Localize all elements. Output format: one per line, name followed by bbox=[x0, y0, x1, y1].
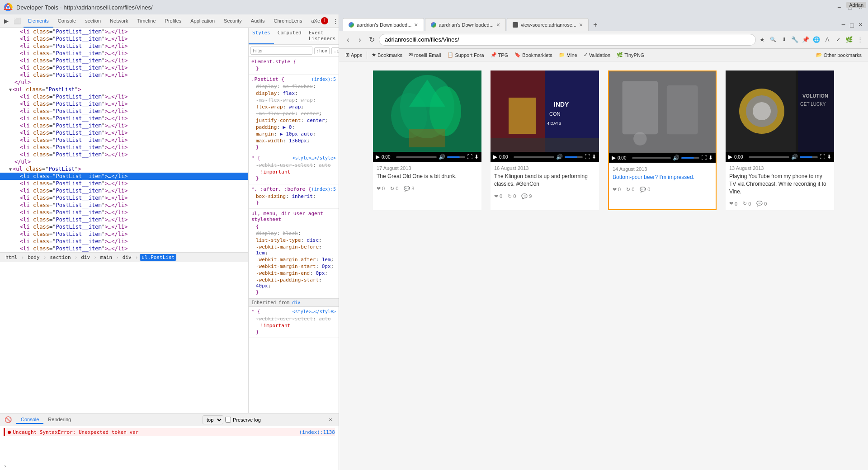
dom-line-30[interactable]: <li class="PostList__item">…</li> bbox=[0, 245, 248, 252]
likes-2[interactable]: ❤ 0 bbox=[494, 193, 502, 199]
likes-3[interactable]: ❤ 0 bbox=[613, 187, 621, 193]
dom-line-11[interactable]: <li class="PostList__item">…</li> bbox=[0, 108, 248, 115]
dom-line-20[interactable]: <li class="PostList__item">…</li> bbox=[0, 173, 248, 180]
bm-support[interactable]: 📋 Support Fora bbox=[444, 51, 486, 59]
preserve-log-checkbox-area[interactable]: Preserve log bbox=[225, 417, 261, 423]
tab-axe[interactable]: aXe 1 bbox=[307, 14, 333, 28]
download-btn-4[interactable]: ⬇ bbox=[827, 154, 831, 160]
tab3-close[interactable]: × bbox=[579, 21, 583, 28]
bm-bookmarks[interactable]: ★ Bookmarks bbox=[369, 51, 405, 59]
play-btn-3[interactable]: ▶ bbox=[612, 155, 616, 161]
comments-2[interactable]: 💬 9 bbox=[521, 193, 532, 199]
dom-line-16[interactable]: <li class="PostList__item">…</li> bbox=[0, 144, 248, 151]
dom-line-18[interactable]: </ul> bbox=[0, 158, 248, 165]
browser-tab-2[interactable]: aardrian's Downloaded... × bbox=[425, 18, 506, 31]
volume-btn-1[interactable]: 🔊 bbox=[439, 154, 445, 160]
settings-icon[interactable]: ⋮ bbox=[855, 35, 864, 44]
forward-button[interactable]: › bbox=[354, 34, 365, 45]
play-btn-1[interactable]: ▶ bbox=[376, 154, 380, 160]
bm-email[interactable]: ✉ roselli Email bbox=[406, 51, 443, 59]
tab1-close[interactable]: × bbox=[414, 21, 418, 28]
ext6-icon[interactable]: A bbox=[823, 35, 832, 44]
dom-line-24[interactable]: <li class="PostList__item">…</li> bbox=[0, 202, 248, 209]
back-button[interactable]: ‹ bbox=[343, 34, 354, 45]
breadcrumb-body[interactable]: body bbox=[26, 254, 42, 261]
vine-video-4[interactable]: VOLUTION GET LUCKY bbox=[726, 70, 834, 152]
tab-elements[interactable]: Elements bbox=[24, 14, 53, 28]
dom-line-21[interactable]: <li class="PostList__item">…</li> bbox=[0, 180, 248, 187]
new-tab-button[interactable]: + bbox=[590, 19, 601, 31]
dom-line-0[interactable]: <li class="PostList__item">…</li> bbox=[0, 28, 248, 35]
vine-video-2[interactable]: INDY CON 4 DAYS bbox=[491, 70, 599, 152]
download-btn-2[interactable]: ⬇ bbox=[592, 154, 596, 160]
tab-chromelens[interactable]: ChromeLens bbox=[269, 14, 307, 28]
progress-2[interactable] bbox=[514, 156, 554, 158]
ext4-icon[interactable]: 📌 bbox=[801, 35, 810, 44]
bm-validation[interactable]: ✓ Validation bbox=[581, 51, 613, 59]
triangle-8[interactable]: ▼ bbox=[9, 87, 12, 92]
browser-tab-3[interactable]: view-source:adrianrose... × bbox=[507, 18, 589, 31]
bm-mine[interactable]: 📁 Mine bbox=[556, 51, 580, 59]
revines-2[interactable]: ↻ 0 bbox=[508, 193, 516, 199]
vine-video-3[interactable] bbox=[609, 71, 716, 153]
fullscreen-btn-4[interactable]: ⛶ bbox=[820, 154, 825, 160]
ext3-icon[interactable]: 🔧 bbox=[790, 35, 799, 44]
vol-bar-1[interactable] bbox=[447, 156, 465, 158]
ext7-icon[interactable]: ✓ bbox=[834, 35, 843, 44]
tab-console[interactable]: Console bbox=[53, 14, 80, 28]
styles-tab-styles[interactable]: Styles bbox=[249, 28, 274, 44]
ext8-icon[interactable]: 🌿 bbox=[844, 35, 854, 44]
styles-filter-input[interactable] bbox=[250, 47, 312, 55]
breadcrumb-section[interactable]: section bbox=[48, 254, 72, 261]
ext1-icon[interactable]: 🔍 bbox=[769, 35, 778, 44]
cursor-icon[interactable]: ▶ bbox=[2, 17, 11, 26]
dom-line-27[interactable]: <li class="PostList__item">…</li> bbox=[0, 223, 248, 230]
dom-line-17[interactable]: <li class="PostList__item">…</li> bbox=[0, 151, 248, 158]
likes-4[interactable]: ❤ 0 bbox=[729, 201, 737, 207]
dom-line-6[interactable]: <li class="PostList__item">…</li> bbox=[0, 71, 248, 79]
dom-line-7[interactable]: </ul> bbox=[0, 79, 248, 86]
dom-line-15[interactable]: <li class="PostList__item">…</li> bbox=[0, 136, 248, 144]
dom-line-9[interactable]: <li class="PostList__item">…</li> bbox=[0, 93, 248, 100]
ext5-icon[interactable]: 🌐 bbox=[812, 35, 821, 44]
dom-line-12[interactable]: <li class="PostList__item">…</li> bbox=[0, 115, 248, 122]
vine-video-1[interactable] bbox=[373, 70, 481, 152]
ext2-icon[interactable]: ⬇ bbox=[779, 35, 788, 44]
bm-apps[interactable]: ⊞ Apps bbox=[343, 51, 365, 59]
fullscreen-btn-3[interactable]: ⛶ bbox=[701, 155, 707, 161]
browser-tab-1[interactable]: aardrian's Downloaded... × bbox=[343, 18, 424, 31]
console-close-icon[interactable]: × bbox=[326, 415, 335, 424]
cls-filter-btn[interactable]: .cls bbox=[331, 47, 339, 54]
dom-line-28[interactable]: <li class="PostList__item">…</li> bbox=[0, 230, 248, 238]
tab-audits[interactable]: Audits bbox=[246, 14, 269, 28]
dom-line-2[interactable]: <li class="PostList__item">…</li> bbox=[0, 42, 248, 50]
dom-line-10[interactable]: <li class="PostList__item">…</li> bbox=[0, 100, 248, 108]
comments-3[interactable]: 💬 0 bbox=[640, 187, 650, 193]
reload-button[interactable]: ↻ bbox=[366, 34, 377, 45]
bm-bookmarklets[interactable]: 🔖 Bookmarklets bbox=[512, 51, 555, 59]
console-tab-console[interactable]: Console bbox=[16, 416, 43, 424]
tab-network[interactable]: Network bbox=[105, 14, 132, 28]
tab-profiles[interactable]: Profiles bbox=[160, 14, 186, 28]
dom-line-4[interactable]: <li class="PostList__item">…</li> bbox=[0, 57, 248, 64]
dom-line-19[interactable]: ▼<ul class="PostList"> bbox=[0, 165, 248, 173]
volume-btn-3[interactable]: 🔊 bbox=[673, 155, 679, 161]
console-clear-icon[interactable]: 🚫 bbox=[4, 415, 13, 424]
progress-1[interactable] bbox=[396, 156, 437, 158]
dom-line-13[interactable]: <li class="PostList__item">…</li> bbox=[0, 122, 248, 129]
breadcrumb-div1[interactable]: div bbox=[79, 254, 92, 261]
maximize-browser-btn[interactable]: □ bbox=[848, 20, 855, 31]
play-btn-2[interactable]: ▶ bbox=[493, 154, 497, 160]
hover-filter-btn[interactable]: :hov bbox=[314, 47, 330, 54]
play-btn-4[interactable]: ▶ bbox=[728, 154, 732, 160]
bm-tinypng[interactable]: 🌿 TinyPNG bbox=[614, 51, 647, 59]
dom-line-3[interactable]: <li class="PostList__item">…</li> bbox=[0, 50, 248, 57]
comments-4[interactable]: 💬 0 bbox=[756, 201, 767, 207]
fullscreen-btn-1[interactable]: ⛶ bbox=[467, 154, 472, 160]
revines-3[interactable]: ↻ 0 bbox=[626, 187, 634, 193]
fullscreen-btn-2[interactable]: ⛶ bbox=[585, 154, 590, 160]
bm-other[interactable]: 📂 Other bookmarks bbox=[813, 51, 864, 59]
revines-4[interactable]: ↻ 0 bbox=[743, 201, 751, 207]
dom-line-23[interactable]: <li class="PostList__item">…</li> bbox=[0, 194, 248, 202]
dom-line-1[interactable]: <li class="PostList__item">…</li> bbox=[0, 35, 248, 42]
